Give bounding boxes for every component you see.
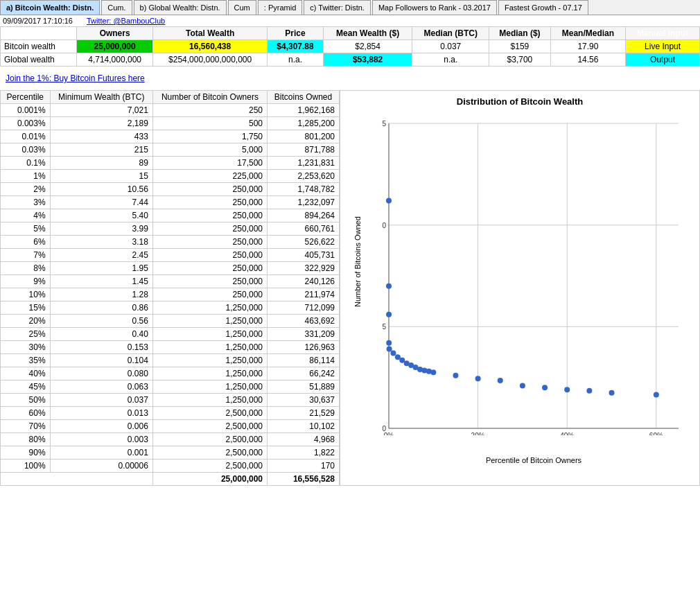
svg-point-38 <box>564 387 570 392</box>
svg-point-18 <box>386 198 392 203</box>
global-mean-wealth: $53,882 <box>323 53 412 67</box>
svg-point-41 <box>654 392 659 398</box>
table-row: 80% 0.003 2,500,000 4,968 <box>1 433 340 446</box>
table-row: 45% 0.063 1,250,000 51,889 <box>1 381 340 394</box>
info-bar: 09/09/2017 17:10:16 Twitter: @BambouClub <box>0 15 700 26</box>
col-median-btc: Median (BTC) <box>412 27 489 40</box>
bitcoin-total-wealth: 16,560,438 <box>153 40 268 53</box>
svg-point-37 <box>542 385 548 390</box>
bitcoin-median-usd: $159 <box>489 40 550 53</box>
table-row: 25% 0.40 1,250,000 331,209 <box>1 328 340 341</box>
table-row: 100% 0.00006 2,500,000 170 <box>1 460 340 473</box>
svg-text:0%: 0% <box>384 432 394 435</box>
summary-table: Owners Total Wealth Price Mean Wealth ($… <box>0 26 700 67</box>
table-row: 5% 3.99 250,000 660,761 <box>1 222 340 236</box>
datetime-label: 09/09/2017 17:10:16 <box>3 17 73 25</box>
svg-point-34 <box>475 376 481 381</box>
svg-text:15: 15 <box>382 120 386 128</box>
table-row: 20% 0.56 1,250,000 463,692 <box>1 315 340 328</box>
twitter-link[interactable]: Twitter: @BambouClub <box>87 17 165 25</box>
content-area: Percentile Minimum Wealth (BTC) Number o… <box>0 90 700 486</box>
table-row: 1% 15 225,000 2,253,620 <box>1 170 340 183</box>
svg-point-19 <box>386 283 392 289</box>
svg-text:60%: 60% <box>649 432 663 435</box>
footer-total-bitcoins: 16,556,528 <box>268 473 340 486</box>
y-axis-label: Number of Bitcoins Owned <box>353 272 362 307</box>
table-row: 0.1% 89 17,500 1,231,831 <box>1 157 340 170</box>
tab-fastest-growth[interactable]: Fastest Growth - 07.17 <box>498 0 588 15</box>
global-mean-median: 14.56 <box>550 53 626 67</box>
bitcoin-input-type[interactable]: Live Input <box>626 40 700 53</box>
join-link[interactable]: Join the 1%: Buy Bitcoin Futures here <box>3 69 148 87</box>
global-total-wealth: $254,000,000,000,000 <box>153 53 268 67</box>
global-input-type: Output <box>626 53 700 67</box>
tab-cum1[interactable]: Cum. <box>101 0 132 15</box>
global-median-usd: $3,700 <box>489 53 550 67</box>
th-percentile: Percentile <box>1 91 51 104</box>
tab-map-followers[interactable]: Map Followers to Rank - 03.2017 <box>372 0 497 15</box>
svg-point-33 <box>453 373 458 378</box>
tab-global-distn[interactable]: b) Global Wealth: Distn. <box>134 0 227 15</box>
table-row: 10% 1.28 250,000 211,974 <box>1 288 340 301</box>
data-table-wrap: Percentile Minimum Wealth (BTC) Number o… <box>0 90 340 486</box>
svg-text:40%: 40% <box>560 432 574 435</box>
table-row: 4% 5.40 250,000 894,264 <box>1 209 340 222</box>
table-row: 7% 2.45 250,000 405,731 <box>1 249 340 262</box>
table-row: 2% 10.56 250,000 1,748,782 <box>1 183 340 196</box>
table-row: 15% 0.86 1,250,000 712,099 <box>1 301 340 315</box>
table-row: 30% 0.153 1,250,000 126,963 <box>1 341 340 354</box>
table-row: 9% 1.45 250,000 240,126 <box>1 275 340 288</box>
svg-point-22 <box>387 347 392 352</box>
table-row: 50% 0.037 1,250,000 30,637 <box>1 394 340 407</box>
tab-bitcoin-distn[interactable]: a) Bitcoin Wealth: Distn. <box>0 0 100 15</box>
table-row: 60% 0.013 2,500,000 21,529 <box>1 407 340 420</box>
tab-pyramid[interactable]: : Pyramid <box>258 0 302 15</box>
svg-text:10: 10 <box>382 222 386 229</box>
col-price: Price <box>268 27 324 40</box>
svg-point-20 <box>386 312 392 317</box>
bitcoin-owners: 25,000,000 <box>77 40 153 53</box>
table-row: 40% 0.080 1,250,000 66,242 <box>1 367 340 381</box>
col-median-usd: Median ($) <box>489 27 550 40</box>
th-min-wealth: Minimum Wealth (BTC) <box>50 91 152 104</box>
svg-point-32 <box>430 369 436 375</box>
table-row: 6% 3.18 250,000 526,622 <box>1 236 340 249</box>
tab-bar: a) Bitcoin Wealth: Distn. Cum. b) Global… <box>0 0 700 15</box>
bitcoin-label: Bitcoin wealth <box>1 40 77 53</box>
footer-total-owners: 25,000,000 <box>152 473 267 486</box>
table-row: 90% 0.001 2,500,000 1,822 <box>1 446 340 460</box>
table-row: 0.003% 2,189 500 1,285,200 <box>1 117 340 130</box>
svg-text:5: 5 <box>382 323 386 331</box>
global-price: n.a. <box>268 53 324 67</box>
table-row: 35% 0.104 1,250,000 86,114 <box>1 354 340 367</box>
svg-point-36 <box>520 383 525 388</box>
bitcoin-mean-median: 17.90 <box>550 40 626 53</box>
svg-point-40 <box>609 390 615 396</box>
bitcoin-median-btc: 0.037 <box>412 40 489 53</box>
tab-cum2[interactable]: Cum <box>228 0 256 15</box>
bitcoin-price: $4,307.88 <box>268 40 324 53</box>
th-num-owners: Number of Bitcoin Owners <box>152 91 267 104</box>
svg-point-35 <box>498 378 503 383</box>
col-mean-median: Mean/Median <box>550 27 626 40</box>
bitcoin-row: Bitcoin wealth 25,000,000 16,560,438 $4,… <box>1 40 700 53</box>
chart-svg: 0510150%20%40%60% <box>382 116 685 435</box>
svg-point-39 <box>586 388 592 394</box>
bitcoin-mean-wealth: $2,854 <box>323 40 412 53</box>
col-total-wealth: Total Wealth <box>153 27 268 40</box>
chart-area: Distribution of Bitcoin Wealth 0510150%2… <box>340 90 700 486</box>
table-row: 3% 7.44 250,000 1,232,097 <box>1 196 340 209</box>
global-label: Global wealth <box>1 53 77 67</box>
table-row: 0.001% 7,021 250 1,962,168 <box>1 104 340 117</box>
tab-twitter-distn[interactable]: c) Twitter: Distn. <box>304 0 371 15</box>
svg-point-21 <box>386 340 392 346</box>
distribution-table: Percentile Minimum Wealth (BTC) Number o… <box>0 90 340 486</box>
global-row: Global wealth 4,714,000,000 $254,000,000… <box>1 53 700 67</box>
chart-title: Distribution of Bitcoin Wealth <box>340 91 699 110</box>
table-row: 8% 1.95 250,000 322,929 <box>1 262 340 275</box>
svg-text:20%: 20% <box>471 432 485 435</box>
table-footer: 25,000,000 16,556,528 <box>1 473 340 486</box>
table-row: 70% 0.006 2,500,000 10,102 <box>1 420 340 433</box>
col-manual-input: Manual Input <box>626 27 700 40</box>
svg-point-23 <box>390 350 396 356</box>
